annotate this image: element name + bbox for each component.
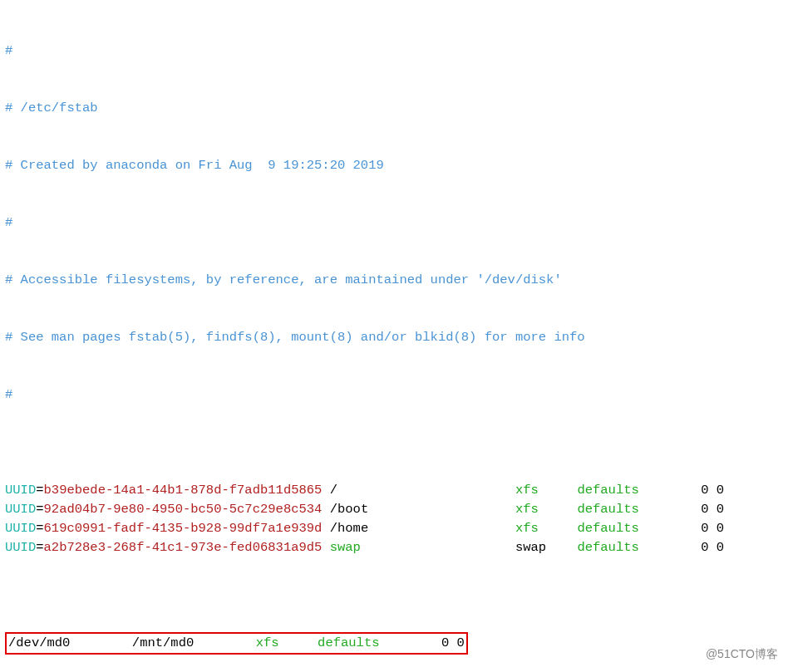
comment-line: # /etc/fstab bbox=[5, 101, 98, 115]
watermark: @51CTO博客 bbox=[706, 645, 778, 664]
vim-editor[interactable]: # # /etc/fstab # Created by anaconda on … bbox=[0, 0, 788, 672]
comment-line: # bbox=[5, 387, 12, 402]
fstab-row: UUID=b39ebede-14a1-44b1-878d-f7adb11d586… bbox=[5, 481, 783, 500]
comment-line: # See man pages fstab(5), findfs(8), mou… bbox=[5, 330, 585, 345]
comment-line: # Created by anaconda on Fri Aug 9 19:25… bbox=[5, 158, 384, 173]
fstab-row: UUID=619c0991-fadf-4135-b928-99df7a1e939… bbox=[5, 519, 783, 538]
fstab-row: UUID=a2b728e3-268f-41c1-973e-fed06831a9d… bbox=[5, 538, 783, 557]
fstab-row: UUID=92ad04b7-9e80-4950-bc50-5c7c29e8c53… bbox=[5, 500, 783, 519]
comment-line: # bbox=[5, 43, 12, 58]
comment-line: # bbox=[5, 215, 12, 230]
fstab-entries: UUID=b39ebede-14a1-44b1-878d-f7adb11d586… bbox=[5, 481, 783, 557]
comment-line: # Accessible filesystems, by reference, … bbox=[5, 272, 562, 287]
new-fstab-entry: /dev/md0 /mnt/md0 xfs defaults 0 0 bbox=[5, 632, 468, 655]
